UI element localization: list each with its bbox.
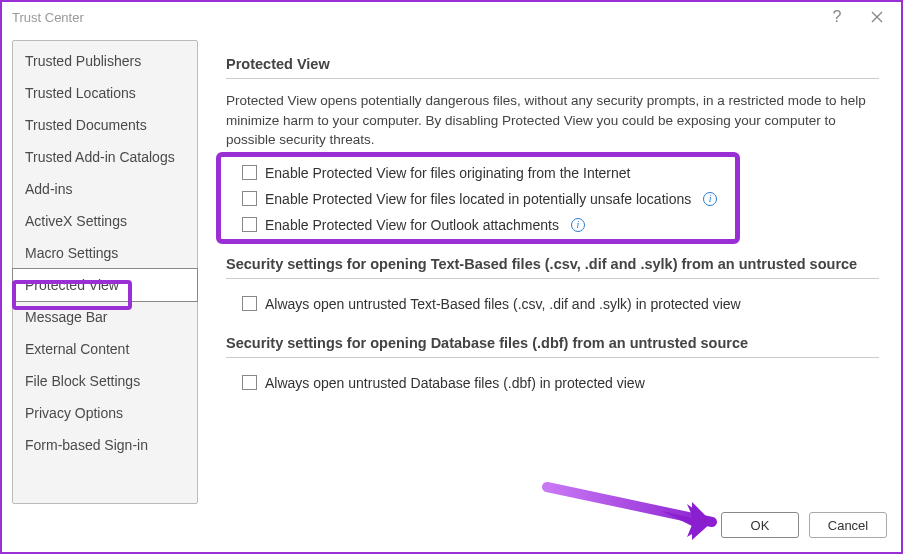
sidebar-item-trusted-add-in-catalogs[interactable]: Trusted Add-in Catalogs <box>13 141 197 173</box>
protected-view-check-row-2[interactable]: Enable Protected View for Outlook attach… <box>226 212 879 238</box>
info-icon[interactable]: i <box>571 218 585 232</box>
close-icon <box>871 11 883 23</box>
checkbox[interactable] <box>242 191 257 206</box>
sidebar-item-protected-view[interactable]: Protected View <box>12 268 198 302</box>
divider <box>226 78 879 79</box>
help-button[interactable]: ? <box>817 3 857 31</box>
section-title-protected-view: Protected View <box>226 56 879 72</box>
sidebar: Trusted PublishersTrusted LocationsTrust… <box>12 40 198 504</box>
sidebar-item-external-content[interactable]: External Content <box>13 333 197 365</box>
protected-view-check-row-1[interactable]: Enable Protected View for files located … <box>226 186 879 212</box>
text-based-check-row-0[interactable]: Always open untrusted Text-Based files (… <box>226 291 879 317</box>
sidebar-item-form-based-sign-in[interactable]: Form-based Sign-in <box>13 429 197 461</box>
sidebar-item-message-bar[interactable]: Message Bar <box>13 301 197 333</box>
checkbox-label: Always open untrusted Text-Based files (… <box>265 296 741 312</box>
titlebar: Trust Center ? <box>2 2 901 32</box>
sidebar-item-privacy-options[interactable]: Privacy Options <box>13 397 197 429</box>
checkbox[interactable] <box>242 165 257 180</box>
ok-button[interactable]: OK <box>721 512 799 538</box>
section-title-text-based: Security settings for opening Text-Based… <box>226 256 879 272</box>
content-pane: Protected View Protected View opens pote… <box>198 40 891 504</box>
sidebar-item-activex-settings[interactable]: ActiveX Settings <box>13 205 197 237</box>
checkbox[interactable] <box>242 296 257 311</box>
footer: OK Cancel <box>2 504 901 548</box>
checkbox-label: Enable Protected View for Outlook attach… <box>265 217 559 233</box>
protected-view-check-row-0[interactable]: Enable Protected View for files originat… <box>226 160 879 186</box>
divider <box>226 357 879 358</box>
checkbox-label: Always open untrusted Database files (.d… <box>265 375 645 391</box>
window-title: Trust Center <box>12 10 817 25</box>
checkbox-label: Enable Protected View for files originat… <box>265 165 631 181</box>
sidebar-item-add-ins[interactable]: Add-ins <box>13 173 197 205</box>
cancel-button[interactable]: Cancel <box>809 512 887 538</box>
main-area: Trusted PublishersTrusted LocationsTrust… <box>2 32 901 504</box>
close-button[interactable] <box>857 3 897 31</box>
sidebar-item-trusted-publishers[interactable]: Trusted Publishers <box>13 45 197 77</box>
checkbox[interactable] <box>242 217 257 232</box>
protected-view-checks: Enable Protected View for files originat… <box>226 160 879 238</box>
section-title-database: Security settings for opening Database f… <box>226 335 879 351</box>
checkbox-label: Enable Protected View for files located … <box>265 191 691 207</box>
database-checks: Always open untrusted Database files (.d… <box>226 370 879 396</box>
info-icon[interactable]: i <box>703 192 717 206</box>
checkbox[interactable] <box>242 375 257 390</box>
text-based-checks: Always open untrusted Text-Based files (… <box>226 291 879 317</box>
protected-view-description: Protected View opens potentially dangero… <box>226 91 879 150</box>
database-check-row-0[interactable]: Always open untrusted Database files (.d… <box>226 370 879 396</box>
divider <box>226 278 879 279</box>
sidebar-item-file-block-settings[interactable]: File Block Settings <box>13 365 197 397</box>
sidebar-item-trusted-locations[interactable]: Trusted Locations <box>13 77 197 109</box>
sidebar-item-trusted-documents[interactable]: Trusted Documents <box>13 109 197 141</box>
sidebar-item-macro-settings[interactable]: Macro Settings <box>13 237 197 269</box>
